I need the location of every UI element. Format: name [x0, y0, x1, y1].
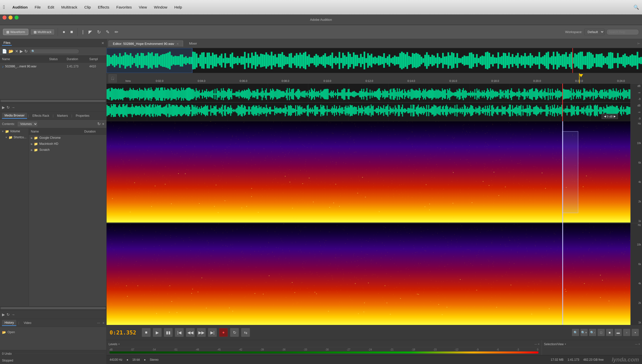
selection-close-icon[interactable]: —	[635, 343, 637, 345]
spectral-canvas-area[interactable]	[107, 121, 630, 325]
history-panel-options[interactable]: ≡	[103, 321, 104, 325]
pause-transport-button[interactable]: ▮▮	[164, 328, 173, 337]
gain-control[interactable]: ◀ 0 dB ▶	[602, 114, 618, 119]
open-file-icon[interactable]: 📂	[9, 49, 14, 54]
mf-row-chrome[interactable]: ▶ 📁 Google Chrome	[29, 135, 106, 141]
multitrack-mode-button[interactable]: ▩ Multitrack	[30, 29, 55, 35]
menu-help[interactable]: Help	[171, 4, 186, 10]
zoom-fit-button[interactable]: □	[597, 329, 605, 336]
contents-select[interactable]: Volumes	[17, 121, 38, 127]
gain-up-icon[interactable]: ▶	[614, 115, 616, 118]
tab-effects-rack[interactable]: Effects Rack	[30, 113, 52, 118]
insert-icon[interactable]: →	[11, 105, 15, 109]
tab-media-browser[interactable]: Media Browser	[2, 113, 27, 119]
history-item-open[interactable]: 📂 Open	[2, 329, 104, 335]
record-button[interactable]: ●	[61, 28, 67, 36]
tree-item-volume[interactable]: ▼ 📁 Volume	[0, 128, 29, 134]
fast-forward-button[interactable]: ▶▶	[197, 328, 206, 337]
minimize-button[interactable]	[9, 16, 13, 20]
maximize-button[interactable]	[15, 16, 19, 20]
menu-edit[interactable]: Edit	[44, 4, 58, 10]
file-row[interactable]: ♪ 502886_...ment 90.wav 1:41.173 4410	[0, 63, 106, 70]
waveform-canvas-area[interactable]: ◀ 0 dB ▶	[107, 84, 630, 121]
gain-down-icon[interactable]: ◀	[604, 115, 606, 118]
levels-options-icon[interactable]: ≡	[538, 343, 539, 345]
brush-tool-button[interactable]: ✏	[113, 28, 120, 36]
selection-tool-button[interactable]: ◤	[87, 28, 94, 36]
mf-row-macintosh[interactable]: ▶ 📁 Macintosh HD	[29, 141, 106, 147]
close-file-icon[interactable]: ✕	[15, 49, 18, 54]
close-button[interactable]	[3, 16, 7, 20]
loop-file-icon[interactable]: ↻	[24, 49, 28, 54]
loop-transport-button[interactable]: ↻	[230, 328, 239, 337]
search-help-input[interactable]	[606, 29, 639, 35]
waveform-overview[interactable]: // Will be drawn by JS below	[107, 48, 642, 73]
add-icon[interactable]: +	[102, 122, 104, 126]
mf-row-scratch[interactable]: ▶ 📁 Scratch	[29, 147, 106, 153]
menu-audition[interactable]: Audition	[9, 4, 31, 10]
lasso-tool-button[interactable]: ↻	[96, 28, 102, 36]
editor-pin-icon[interactable]: ⊢	[637, 42, 640, 45]
ruler-content[interactable]: hms 0:02.0 0:04.0 0:06.0 0:08.0 0:10.0 0…	[118, 73, 642, 83]
stop-transport-button[interactable]: ■	[142, 328, 151, 337]
levels-chevron-icon[interactable]: ▾	[118, 343, 120, 345]
menu-view[interactable]: View	[135, 4, 150, 10]
rewind-button[interactable]: |◀	[175, 328, 184, 337]
selection-chevron-icon[interactable]: ▾	[565, 343, 566, 345]
loop-transport-icon[interactable]: ↻	[7, 105, 10, 110]
zoom-v-button[interactable]: ▪	[631, 329, 639, 336]
tab-history[interactable]: History	[2, 320, 16, 326]
fast-rewind-button[interactable]: ◀◀	[186, 328, 195, 337]
levels-close-icon[interactable]: —	[534, 343, 537, 345]
menu-file[interactable]: File	[31, 4, 44, 10]
pencil-tool-button[interactable]: ✎	[104, 28, 111, 36]
menu-multitrack[interactable]: Multitrack	[58, 4, 81, 10]
mixer-tab[interactable]: Mixer	[185, 41, 201, 46]
menu-favorites[interactable]: Favorites	[113, 4, 135, 10]
stop-button[interactable]: ■	[69, 28, 74, 36]
record-transport-button[interactable]: ●	[219, 328, 228, 337]
scale-4k-upper: 4k	[638, 181, 641, 183]
refresh-icon[interactable]: ↻	[97, 122, 101, 126]
spectral-display[interactable]: Hz 10k 6k 4k 2k 1k Hz 10k 6k 4k 2k 1k	[107, 121, 642, 325]
swap-button[interactable]: ⇆	[241, 328, 250, 337]
zoom-h-in-button[interactable]: ▬	[614, 329, 622, 336]
play-file-icon[interactable]: ▶	[20, 49, 23, 54]
apple-menu[interactable]: 	[3, 4, 5, 10]
workspace-select[interactable]: Default	[584, 29, 604, 35]
cut-tool-button[interactable]: |	[81, 28, 85, 36]
loop-icon[interactable]: ↻	[7, 312, 10, 317]
menu-window[interactable]: Window	[150, 4, 171, 10]
hscroll-track[interactable]	[1, 307, 106, 309]
zoom-in-button[interactable]: 🔍+	[580, 329, 588, 336]
menubar-search-icon[interactable]: 🔍	[633, 5, 639, 10]
play-icon[interactable]: ▶	[2, 312, 5, 317]
editor-tab-close-icon[interactable]: ✕	[177, 42, 179, 45]
new-file-icon[interactable]: 📄	[2, 49, 7, 54]
fast-forward-end-button[interactable]: ▶|	[208, 328, 217, 337]
selection-options-icon[interactable]: ≡	[638, 343, 640, 345]
tab-video[interactable]: Video	[21, 320, 34, 326]
history-panel-close[interactable]: —	[97, 321, 100, 325]
waveform-mode-button[interactable]: ▩ Waveform	[3, 29, 28, 35]
files-scrollbar[interactable]	[0, 99, 106, 103]
insert-icon[interactable]: →	[11, 312, 15, 317]
zoom-h-out-button[interactable]: ▫	[623, 329, 630, 336]
play-transport-button[interactable]: ▶	[153, 328, 162, 337]
zoom-selection-button[interactable]: ■	[606, 329, 613, 336]
files-panel-close[interactable]: ✕	[101, 41, 104, 45]
zoom-in-full-button[interactable]: 🔍	[572, 329, 579, 336]
play-transport-icon[interactable]: ▶	[2, 105, 5, 110]
files-search-input[interactable]	[29, 49, 79, 54]
files-scrollbar-track[interactable]	[1, 100, 106, 102]
tree-item-shortcut[interactable]: ▼ 📁 Shortcu...	[0, 134, 29, 140]
zoom-out-button[interactable]: 🔍-	[589, 329, 596, 336]
editor-file-tab[interactable]: Editor: 502886_Hope Environment 90.wav ✕	[109, 41, 183, 47]
menu-effects[interactable]: Effects	[94, 4, 113, 10]
tab-properties[interactable]: Properties	[73, 113, 92, 118]
headphone-button[interactable]: 🎧	[109, 74, 117, 82]
tab-markers[interactable]: Markers	[54, 113, 70, 118]
files-tab[interactable]: Files	[2, 40, 12, 46]
media-hscrollbar[interactable]	[0, 306, 106, 310]
menu-clip[interactable]: Clip	[81, 4, 94, 10]
